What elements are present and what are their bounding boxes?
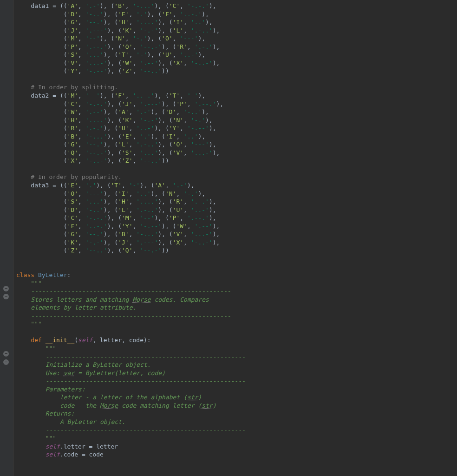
fold-icon[interactable]: −: [3, 359, 9, 365]
code-editor[interactable]: − − − − data1 = (('A', '.-'), ('B', '-..…: [0, 0, 457, 476]
code-content[interactable]: data1 = (('A', '.-'), ('B', '-...'), ('C…: [13, 0, 245, 476]
fold-icon[interactable]: −: [3, 294, 9, 299]
fold-icon[interactable]: −: [3, 286, 9, 291]
fold-icon[interactable]: −: [3, 351, 9, 357]
gutter: − − − −: [0, 0, 13, 476]
